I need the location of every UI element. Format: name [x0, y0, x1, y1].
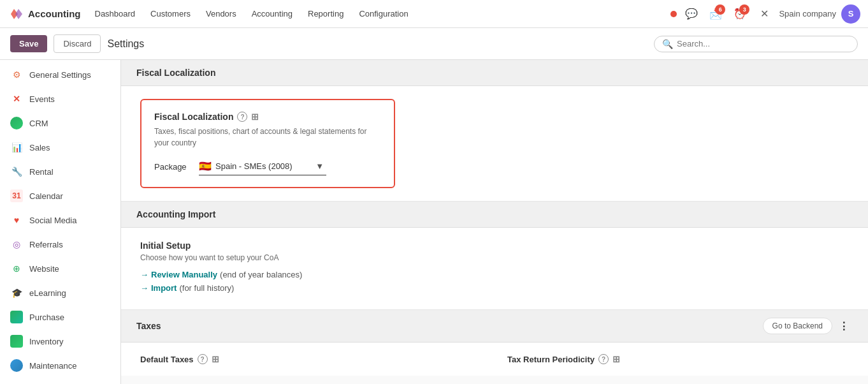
three-dots-menu[interactable]: ⋮ [835, 319, 853, 334]
settings-title: Settings [107, 38, 144, 50]
save-button[interactable]: Save [10, 35, 47, 52]
nav-right: 💬 📩 6 ⏰ 3 ✕ Spain company S [670, 4, 860, 24]
events-icon: ✕ [10, 92, 23, 105]
default-taxes-table-icon[interactable]: ⊞ [212, 354, 219, 364]
sidebar-item-general-settings[interactable]: ⚙ General Settings [0, 63, 120, 87]
discard-button[interactable]: Discard [54, 34, 101, 53]
arrow-right-icon-2: → [140, 283, 148, 293]
general-settings-icon: ⚙ [10, 68, 23, 81]
sidebar-item-inventory[interactable]: Inventory [0, 329, 120, 353]
sidebar-item-label: Sales [29, 143, 50, 152]
review-manually-suffix: (end of year balances) [220, 270, 302, 279]
sidebar-item-label: Calendar [29, 191, 63, 201]
sidebar-item-events[interactable]: ✕ Events [0, 87, 120, 111]
nav-item-accounting[interactable]: Accounting [245, 5, 299, 22]
sidebar-item-referrals[interactable]: ◎ Referrals [0, 232, 120, 256]
sidebar-item-label: Referrals [29, 240, 63, 249]
default-taxes-title: Default Taxes ? ⊞ [140, 354, 482, 364]
taxes-row: Default Taxes ? ⊞ Tax Return Periodicity… [140, 354, 849, 364]
status-dot[interactable] [670, 11, 677, 17]
social-media-icon: ♥ [10, 214, 23, 226]
sidebar-item-label: Purchase [29, 313, 64, 322]
fiscal-package-row: Package 🇪🇸 Spain - SMEs (2008) ▼ [154, 158, 381, 175]
sidebar-item-label: Inventory [29, 337, 63, 346]
spain-flag: 🇪🇸 [199, 160, 212, 172]
nav-messages-icon[interactable]: 📩 6 [706, 4, 725, 24]
sidebar-item-label: CRM [29, 119, 48, 128]
search-icon: 🔍 [662, 39, 673, 49]
review-manually-link[interactable]: → Review Manually (end of year balances) [140, 270, 849, 279]
dropdown-arrow-icon: ▼ [315, 161, 324, 171]
avatar[interactable]: S [841, 4, 860, 24]
nav-item-customers[interactable]: Customers [144, 5, 197, 22]
sidebar-item-label: General Settings [29, 70, 91, 80]
accounting-import-section-body: Initial Setup Choose how you want to set… [121, 228, 868, 310]
sidebar-item-crm[interactable]: CRM [0, 111, 120, 135]
sidebar-item-sales[interactable]: 📊 Sales [0, 135, 120, 159]
fiscal-localization-section-header: Fiscal Localization [121, 60, 868, 86]
sidebar-item-rental[interactable]: 🔧 Rental [0, 159, 120, 184]
tax-return-table-icon[interactable]: ⊞ [612, 354, 620, 364]
taxes-section-header: Taxes Go to Backend ⋮ [121, 310, 868, 343]
sidebar-item-purchase[interactable]: Purchase [0, 305, 120, 329]
go-to-backend-button[interactable]: Go to Backend [763, 318, 832, 334]
fiscal-table-icon[interactable]: ⊞ [251, 112, 259, 122]
sidebar-item-calendar[interactable]: 31 Calendar [0, 184, 120, 208]
sidebar-item-maintenance[interactable]: Maintenance [0, 353, 120, 378]
default-taxes-help-icon[interactable]: ? [198, 354, 208, 364]
fiscal-localization-section-body: Fiscal Localization ? ⊞ Taxes, fiscal po… [121, 86, 868, 202]
search-box: 🔍 [654, 36, 858, 52]
sidebar: ⚙ General Settings ✕ Events CRM 📊 Sales … [0, 60, 121, 384]
nav-item-dashboard[interactable]: Dashboard [89, 5, 142, 22]
sidebar-item-label: Website [29, 264, 59, 274]
import-text: Import [151, 283, 177, 293]
fiscal-box-desc: Taxes, fiscal positions, chart of accoun… [154, 126, 381, 149]
tax-return-help-icon[interactable]: ? [598, 354, 609, 364]
fiscal-package-select[interactable]: 🇪🇸 Spain - SMEs (2008) ▼ [199, 158, 326, 175]
tax-return-periodicity-title: Tax Return Periodicity ? ⊞ [507, 354, 849, 364]
default-taxes-text: Default Taxes [140, 355, 194, 364]
initial-setup-title: Initial Setup [140, 240, 849, 251]
nav-logo[interactable]: Accounting [8, 6, 81, 22]
nav-item-vendors[interactable]: Vendors [199, 5, 243, 22]
sidebar-item-label: Rental [29, 167, 54, 177]
maintenance-icon [10, 359, 23, 372]
tax-return-periodicity-col: Tax Return Periodicity ? ⊞ [507, 354, 849, 364]
accounting-import-section-header: Accounting Import [121, 202, 868, 228]
settings-toolbar: Save Discard Settings 🔍 [0, 28, 868, 60]
sales-icon: 📊 [10, 141, 23, 154]
tax-return-periodicity-text: Tax Return Periodicity [507, 355, 595, 364]
top-nav: Accounting Dashboard Customers Vendors A… [0, 0, 868, 28]
fiscal-package-label: Package [154, 162, 192, 172]
search-input[interactable] [677, 39, 850, 48]
elearning-icon: 🎓 [10, 286, 23, 299]
fiscal-help-icon[interactable]: ? [237, 112, 247, 122]
nav-clock-icon[interactable]: ⏰ 3 [730, 4, 749, 24]
import-suffix: (for full history) [179, 283, 234, 293]
nav-item-configuration[interactable]: Configuration [352, 5, 414, 22]
import-link[interactable]: → Import (for full history) [140, 283, 849, 293]
crm-icon [10, 117, 23, 129]
website-icon: ⊕ [10, 262, 23, 275]
taxes-section-title: Taxes [136, 321, 161, 331]
fiscal-localization-box: Fiscal Localization ? ⊞ Taxes, fiscal po… [140, 99, 395, 188]
sidebar-item-social-media[interactable]: ♥ Social Media [0, 208, 120, 232]
main-content: Fiscal Localization Fiscal Localization … [121, 60, 868, 384]
referrals-icon: ◎ [10, 238, 23, 251]
odoo-logo-icon [8, 6, 24, 22]
nav-brand: Accounting [28, 8, 81, 19]
package-value: Spain - SMEs (2008) [215, 161, 293, 171]
default-taxes-col: Default Taxes ? ⊞ [140, 354, 482, 364]
fiscal-box-title: Fiscal Localization ? ⊞ [154, 112, 381, 122]
nav-close-icon[interactable]: ✕ [755, 4, 774, 24]
clock-badge: 3 [739, 4, 749, 15]
sidebar-item-label: Events [29, 94, 55, 104]
sidebar-item-label: Social Media [29, 216, 76, 225]
nav-chat-icon[interactable]: 💬 [682, 4, 701, 24]
nav-item-reporting[interactable]: Reporting [301, 5, 350, 22]
sidebar-item-website[interactable]: ⊕ Website [0, 256, 120, 281]
sidebar-item-label: Maintenance [29, 361, 76, 371]
purchase-icon [10, 311, 23, 323]
arrow-right-icon: → [140, 270, 148, 279]
sidebar-item-elearning[interactable]: 🎓 eLearning [0, 281, 120, 305]
